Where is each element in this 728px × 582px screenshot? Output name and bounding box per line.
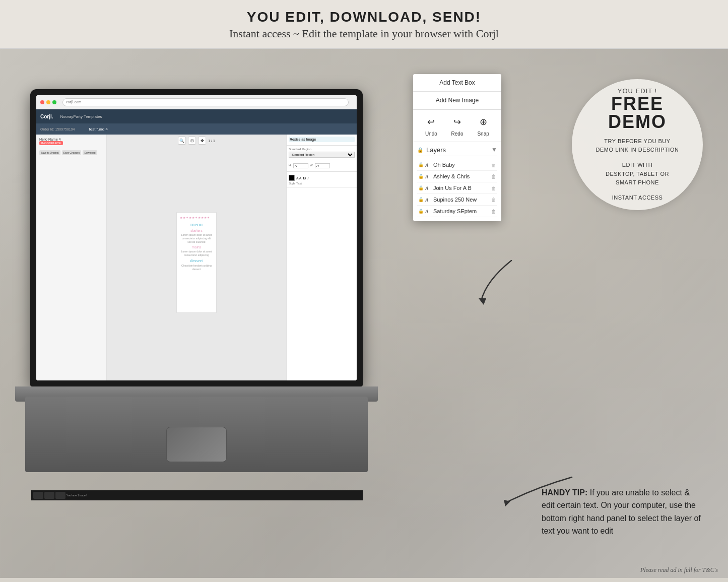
order-id-label: Order Id: 1509758194 xyxy=(40,127,75,131)
add-new-image-btn[interactable]: Add New Image xyxy=(413,92,501,109)
height-input[interactable] xyxy=(293,163,308,168)
layer-delete-icon-5[interactable]: 🗑 xyxy=(491,209,496,214)
color-row: A A B I xyxy=(289,175,355,181)
bold-btn[interactable]: B xyxy=(303,176,306,180)
standard-region-select[interactable]: Standard Region xyxy=(289,152,355,158)
layer-delete-icon-4[interactable]: 🗑 xyxy=(491,197,496,203)
layers-header: 🔒 Layers ▼ xyxy=(417,146,497,156)
layer-lock-icon-5: 🔒 xyxy=(418,209,423,214)
snap-tool[interactable]: ⊕ Snap xyxy=(476,115,490,137)
menu-dessert-title: dessert xyxy=(180,258,213,263)
layer-type-2: A xyxy=(425,174,431,179)
height-label: H: xyxy=(289,164,292,167)
layer-lock-icon-1: 🔒 xyxy=(418,162,423,167)
star-4: ★ xyxy=(189,216,191,219)
layer-item-join-us[interactable]: 🔒 A Join Us For A B 🗑 xyxy=(417,182,497,194)
laptop-base xyxy=(15,381,378,502)
undo-icon: ↩ xyxy=(424,115,438,129)
layer-delete-icon-1[interactable]: 🗑 xyxy=(491,162,496,168)
zoom-out-tool[interactable]: ⊟ xyxy=(188,137,196,145)
curved-arrow-to-panel xyxy=(466,250,526,311)
add-text-box-btn[interactable]: Add Text Box xyxy=(413,74,501,92)
move-tool[interactable]: ✥ xyxy=(198,137,206,145)
font-size-display: A A xyxy=(296,176,302,180)
layer-name-3: Join Us For A B xyxy=(433,185,489,191)
layer-item-saturday[interactable]: 🔒 A Saturday SEptem 🗑 xyxy=(417,206,497,217)
star-2: ★ xyxy=(183,216,185,219)
save-original-btn[interactable]: Save to Original xyxy=(39,150,60,155)
corjl-toolbar: Order Id: 1509758194 test fund 4 xyxy=(36,123,357,135)
mobile-tools-row: ↩ Undo ↪ Redo ⊕ Snap xyxy=(413,110,501,142)
download-btn[interactable]: Download xyxy=(83,150,97,155)
corjl-interface: Corjl. NoorayParty Templates Order Id: 1… xyxy=(36,109,357,380)
browser-close-dot xyxy=(40,100,44,104)
layer-lock-icon-4: 🔒 xyxy=(418,197,423,202)
browser-url-bar[interactable]: corjl.com xyxy=(62,98,349,106)
corjl-nav-item: NoorayParty Templates xyxy=(60,114,102,119)
layer-lock-icon-3: 🔒 xyxy=(418,185,423,190)
resize-image-section: Resize as Image xyxy=(287,135,357,146)
color-swatch[interactable] xyxy=(289,175,295,181)
star-3: ✦ xyxy=(186,216,188,219)
save-changes-btn[interactable]: Save Changes xyxy=(62,150,82,155)
corjl-nav: Corjl. NoorayParty Templates xyxy=(36,109,357,123)
layer-delete-icon-3[interactable]: 🗑 xyxy=(491,185,496,191)
right-panel: Resize as Image Standard Region Standard… xyxy=(286,135,357,380)
style-text-label: Style Text xyxy=(289,182,355,185)
main-headline: YOU EDIT, DOWNLOAD, SEND! xyxy=(10,9,718,25)
layer-item-supinos[interactable]: 🔒 A Supinos 250 New 🗑 xyxy=(417,194,497,206)
layer-item-ashley-chris[interactable]: 🔒 A Ashley & Chris 🗑 xyxy=(417,171,497,182)
menu-mains-text: Lorem ipsum dolor sit amet consectetur a… xyxy=(180,250,213,257)
redo-label: Redo xyxy=(451,131,464,137)
layer-name-5: Saturday SEptem xyxy=(433,208,489,214)
test-fund-label: test fund 4 xyxy=(89,127,108,132)
incomplete-badge: INCOMPLETE xyxy=(39,141,63,145)
mobile-panel-header: Add Text Box Add New Image xyxy=(413,74,501,110)
snap-icon: ⊕ xyxy=(476,115,490,129)
main-area: corjl.com Corjl. NoorayParty Templates O… xyxy=(0,49,728,578)
redo-icon: ↪ xyxy=(450,115,464,129)
laptop-keyboard xyxy=(25,397,368,472)
layer-delete-icon-2[interactable]: 🗑 xyxy=(491,174,496,179)
undo-label: Undo xyxy=(425,131,437,137)
demo-devices: DESKTOP, TABLET OR xyxy=(606,170,669,179)
dimensions-row: H: W: xyxy=(289,163,355,168)
order-info: Hello Name 4 INCOMPLETE xyxy=(39,138,103,147)
standard-region-label: Standard Region xyxy=(289,148,355,151)
handy-tip-section: HANDY TIP: If you are unable to select &… xyxy=(542,486,703,538)
width-label: W: xyxy=(310,164,313,167)
corjl-canvas-area: 🔍 ⊟ ✥ 1 / 1 ★ ★ ✦ xyxy=(107,135,286,380)
corjl-sidebar: Hello Name 4 INCOMPLETE Save to Original… xyxy=(36,135,107,380)
redo-tool[interactable]: ↪ Redo xyxy=(450,115,464,137)
demo-link-desc: DEMO LINK IN DESCRIPTION xyxy=(596,146,679,155)
corjl-content: Hello Name 4 INCOMPLETE Save to Original… xyxy=(36,135,357,380)
standard-region-section: Standard Region Standard Region xyxy=(287,146,357,160)
menu-stars-decoration: ★ ★ ✦ ★ ★ ✦ ★ ★ ★ ✦ xyxy=(180,216,213,219)
laptop-screen: corjl.com Corjl. NoorayParty Templates O… xyxy=(36,95,357,380)
layers-title-row: 🔒 Layers xyxy=(417,146,446,154)
star-8: ★ xyxy=(201,216,204,219)
demo-circle: YOU EDIT ! FREE DEMO TRY BEFORE YOU BUY … xyxy=(572,79,703,210)
snap-label: Snap xyxy=(477,131,489,137)
italic-btn[interactable]: I xyxy=(307,176,308,180)
layer-name-2: Ashley & Chris xyxy=(433,173,489,179)
undo-tool[interactable]: ↩ Undo xyxy=(424,115,438,137)
star-10: ✦ xyxy=(207,216,210,219)
layer-type-3: A xyxy=(425,185,431,191)
corjl-logo: Corjl. xyxy=(40,114,53,119)
menu-starters-title: starters xyxy=(180,229,213,232)
demo-free-text: FREE xyxy=(611,95,664,113)
canvas-toolbar: 🔍 ⊟ ✥ 1 / 1 xyxy=(178,137,215,145)
menu-card-title: menu xyxy=(180,221,213,227)
layer-item-oh-baby[interactable]: 🔒 A Oh Baby 🗑 xyxy=(417,159,497,171)
demo-edit-with: EDIT WITH xyxy=(622,161,653,170)
layer-name-4: Supinos 250 New xyxy=(433,197,489,203)
width-input[interactable] xyxy=(315,163,330,168)
star-7: ★ xyxy=(198,216,201,219)
layers-title-text: Layers xyxy=(426,146,446,154)
resize-image-btn[interactable]: Resize as Image xyxy=(289,137,355,142)
bottom-note: Please read ad in full for T&C's xyxy=(640,566,718,574)
zoom-in-tool[interactable]: 🔍 xyxy=(178,137,186,145)
layer-name-1: Oh Baby xyxy=(433,162,489,168)
layers-chevron-icon[interactable]: ▼ xyxy=(491,146,497,154)
